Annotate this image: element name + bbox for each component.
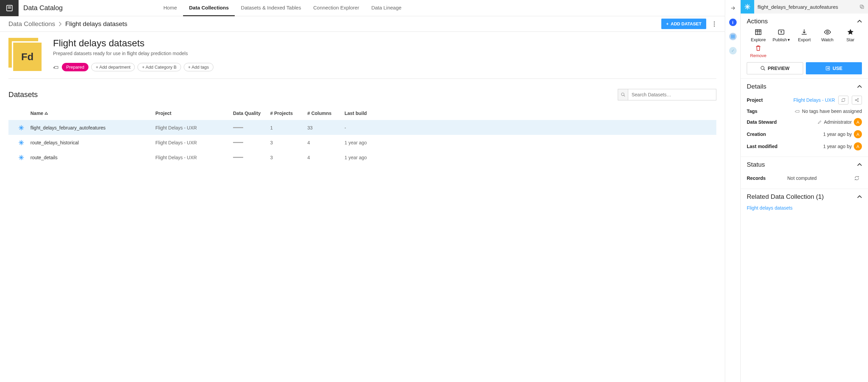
svg-line-7 [623,95,625,97]
svg-point-5 [714,25,715,26]
row-columns-count: 4 [307,140,344,145]
table-header: Name Project Data Quality # Projects # C… [8,106,716,120]
collapse-related-button[interactable] [857,195,862,198]
datasets-title: Datasets [8,90,38,99]
svg-line-41 [856,99,858,100]
add-dataset-button[interactable]: + ADD DATASET [661,19,706,29]
detail-panel: flight_delays_february_autofeatures Acti… [740,0,868,382]
datasets-section: Datasets Name [0,86,725,168]
svg-line-42 [856,100,858,101]
svg-line-36 [764,69,765,70]
expand-panel-button[interactable] [728,3,738,13]
col-columns-count[interactable]: # Columns [307,111,344,116]
row-name: route_delays_historical [30,140,155,145]
refresh-project-button[interactable] [838,96,848,104]
nav-tab-datasets[interactable]: Datasets & Indexed Tables [235,0,307,16]
nav-tab-lineage[interactable]: Data Lineage [365,0,407,16]
preview-button[interactable]: PREVIEW [747,62,803,74]
col-quality[interactable]: Data Quality [233,111,270,116]
svg-rect-29 [756,30,761,35]
collection-description: Prepared datasets ready for use in fligh… [53,51,716,56]
check-tab-button[interactable]: ✓ [728,46,738,55]
action-publish[interactable]: Publish▾ [770,28,793,42]
collection-abbr: Fd [12,42,42,72]
svg-rect-1 [8,6,11,7]
action-watch[interactable]: Watch [816,28,839,42]
modifier-avatar: A [854,142,862,150]
col-name[interactable]: Name [30,111,155,116]
row-last-build: 1 year ago [344,155,382,160]
search-datasets-input[interactable] [628,89,716,100]
datasets-table: Name Project Data Quality # Projects # C… [8,106,716,165]
row-quality [233,142,270,143]
row-name: flight_delays_february_autofeatures [30,125,155,130]
svg-point-4 [714,23,715,24]
tag-icon [53,64,59,70]
plus-icon: + [666,21,669,26]
creation-label: Creation [747,132,787,137]
row-projects-count: 3 [270,140,307,145]
row-projects-count: 1 [270,125,307,130]
actions-section-title: Actions [747,18,857,25]
col-last-build[interactable]: Last build [344,111,382,116]
table-row[interactable]: route_details Flight Delays - UXR 3 4 1 … [8,150,716,165]
dataset-row-icon [12,154,30,161]
col-projects-count[interactable]: # Projects [270,111,307,116]
table-row[interactable]: flight_delays_february_autofeatures Flig… [8,120,716,135]
records-label: Records [747,175,787,181]
table-row[interactable]: route_delays_historical Flight Delays - … [8,135,716,150]
collection-hero: Fd Flight delays datasets Prepared datas… [0,32,725,78]
related-collection-link[interactable]: Flight delays datasets [747,204,862,211]
steward-value: Administrator [824,119,852,125]
col-project[interactable]: Project [155,111,233,116]
nav-tab-explorer[interactable]: Connection Explorer [307,0,365,16]
copy-name-button[interactable] [856,4,868,9]
add-tags-button[interactable]: + Add tags [184,63,213,71]
breadcrumb-separator-icon [58,22,62,26]
share-project-button[interactable] [852,96,862,104]
row-quality [233,127,270,128]
row-project: Flight Delays - UXR [155,140,233,145]
app-title: Data Catalog [23,4,63,12]
edit-steward-button[interactable] [817,120,822,124]
use-button[interactable]: USE [806,62,862,74]
creation-value: 1 year ago by [823,132,852,137]
row-projects-count: 3 [270,155,307,160]
svg-rect-2 [8,8,11,8]
action-explore[interactable]: Explore [747,28,770,42]
collapse-details-button[interactable] [857,85,862,88]
nav-tab-home[interactable]: Home [157,0,183,16]
vertical-rail: i ✓ [725,0,740,382]
action-star[interactable]: Star [839,28,862,42]
action-export[interactable]: Export [793,28,816,42]
breadcrumb-root[interactable]: Data Collections [8,20,55,28]
collapse-status-button[interactable] [857,163,862,166]
add-category-b-tag[interactable]: + Add Category B [137,63,181,71]
svg-point-3 [714,21,715,22]
action-remove[interactable]: Remove [747,44,770,58]
svg-rect-28 [860,5,863,8]
nav-tab-collections[interactable]: Data Collections [183,0,235,16]
project-link[interactable]: Flight Delays - UXR [793,97,835,103]
details-section-title: Details [747,83,857,90]
tag-prepared[interactable]: Prepared [62,63,88,71]
search-datasets-wrap [618,89,716,100]
sort-asc-icon [45,112,48,115]
modified-value: 1 year ago by [823,144,852,149]
refresh-records-button[interactable] [852,174,862,183]
row-last-build: - [344,125,382,130]
svg-rect-27 [861,6,864,8]
app-logo[interactable] [0,0,19,16]
add-department-tag[interactable]: + Add department [91,63,135,71]
dataset-row-icon [12,140,30,146]
svg-point-34 [826,31,828,33]
collapse-actions-button[interactable] [857,20,862,23]
info-tab-button[interactable]: i [728,18,738,27]
modified-label: Last modified [747,144,787,149]
more-menu-button[interactable] [712,20,716,28]
tags-value: No tags have been assigned [802,109,862,114]
add-dataset-label: ADD DATASET [671,21,701,26]
related-section-title: Related Data Collection (1) [747,193,857,200]
creator-avatar: A [854,130,862,138]
list-tab-button[interactable] [728,32,738,41]
